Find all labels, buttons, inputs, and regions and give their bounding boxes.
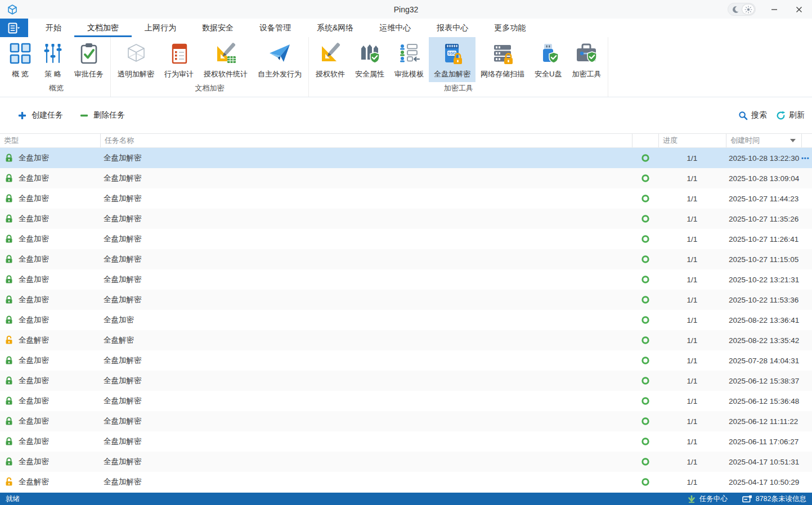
task-name-label: 全盘加解密 [104,174,142,182]
table-row[interactable]: 全盘加密全盘加密1/12025-08-22 13:36:41 [0,310,812,330]
cell-task-progress: 1/1 [658,316,726,324]
lock-closed-icon [5,255,14,264]
task-center-button[interactable]: 任务中心 [687,494,728,504]
table-row[interactable]: 全盘加密全盘加解密1/12025-07-28 14:04:31 [0,350,812,371]
table-row[interactable]: 全盘加密全盘加解密1/12025-04-17 10:51:31 [0,452,812,472]
menu-tab-label: 文档加密 [87,23,119,33]
cell-task-created: 2025-10-27 11:26:41 [726,235,801,244]
transparent-cube-icon [125,42,147,65]
app-logo-icon [7,4,18,15]
table-row[interactable]: 全盘解密全盘加解密1/12025-04-17 10:50:29 [0,472,812,492]
unread-messages-label: 8782条未读信息 [756,494,806,504]
table-row[interactable]: 全盘加密全盘加解密1/12025-10-28 13:22:30••• [0,148,812,168]
create-task-button[interactable]: 创建任务 [18,110,63,120]
ribbon-item-1-1[interactable]: 行为审计 [159,37,199,82]
column-header-status[interactable] [632,134,658,147]
search-button[interactable]: 搜索 [738,110,767,120]
task-created-label: 2025-10-22 11:53:36 [729,296,798,304]
unread-messages-button[interactable]: 8782条未读信息 [742,494,806,504]
cell-task-name: 全盘加解密 [100,457,632,467]
progress-ring-icon [641,437,650,446]
theme-dark-option[interactable] [729,4,741,14]
lock-closed-icon [5,214,14,223]
delete-task-button[interactable]: 删除任务 [80,110,125,120]
theme-toggle[interactable] [728,3,756,16]
minimize-button[interactable] [768,3,780,16]
cell-task-type: 全盘加密 [0,234,100,244]
ribbon-item-2-5[interactable]: 安全U盘 [530,37,567,82]
column-header-name[interactable]: 任务名称 [100,134,632,147]
moon-icon [732,6,739,13]
progress-ring-icon [641,194,650,203]
cell-task-type: 全盘加密 [0,295,100,305]
menu-tab-4[interactable]: 设备管理 [246,19,304,37]
menu-tab-label: 开始 [46,23,61,33]
theme-light-option[interactable] [742,4,754,14]
cell-task-type: 全盘加密 [0,315,100,325]
refresh-button[interactable]: 刷新 [776,110,805,120]
ribbon-item-2-1[interactable]: 安全属性 [350,37,389,82]
menu-tab-6[interactable]: 运维中心 [366,19,424,37]
table-row[interactable]: 全盘加密全盘加解密1/12025-10-22 13:21:31 [0,269,812,290]
cell-task-name: 全盘加解密 [100,396,632,406]
table-row[interactable]: 全盘加密全盘加解密1/12025-10-28 13:09:04 [0,168,812,188]
software-stats-icon [214,42,237,65]
table-row[interactable]: 全盘加密全盘加解密1/12025-06-11 17:06:27 [0,431,812,452]
cell-task-created: 2025-10-22 13:21:31 [726,276,801,284]
ribbon-item-2-6[interactable]: 加密工具 [567,37,606,82]
table-row[interactable]: 全盘加密全盘加解密1/12025-10-27 11:44:23 [0,188,812,209]
ribbon-item-1-0[interactable]: 透明加解密 [113,37,159,82]
progress-ring-icon [641,235,650,244]
task-progress-label: 1/1 [687,276,698,284]
menu-tab-2[interactable]: 上网行为 [132,19,189,37]
cell-task-progress: 1/1 [658,458,726,466]
ribbon-item-0-1[interactable]: 策 略 [37,37,69,82]
usb-shield-icon [537,42,559,65]
menu-tab-3[interactable]: 数据安全 [189,19,246,37]
app-menu-button[interactable] [0,19,28,37]
ribbon-item-2-0[interactable]: 授权软件 [311,37,350,82]
progress-ring-icon [641,336,650,345]
table-row[interactable]: 全盘加密全盘加解密1/12025-10-27 11:15:05 [0,249,812,269]
cell-task-progress: 1/1 [658,478,726,486]
table-row[interactable]: 全盘加密全盘加解密1/12025-10-27 11:26:41 [0,229,812,249]
ribbon-item-2-4[interactable]: 网络存储扫描 [475,37,530,82]
ribbon-item-2-3[interactable]: SSD全盘加解密 [429,37,475,82]
progress-ring-icon [641,275,650,284]
table-row[interactable]: 全盘加密全盘加解密1/12025-06-12 11:11:22 [0,411,812,431]
ribbon-item-2-2[interactable]: 审批模板 [389,37,429,82]
column-header-type[interactable]: 类型 [0,134,100,147]
close-button[interactable] [793,3,805,16]
column-header-created[interactable]: 创建时间 [726,134,801,147]
ribbon-item-0-0[interactable]: 概 览 [4,37,37,82]
lock-closed-icon [5,154,14,163]
cell-task-type: 全盘加密 [0,274,100,285]
cell-task-status [632,235,658,244]
task-type-label: 全盘加密 [19,436,49,447]
task-progress-label: 1/1 [687,377,698,385]
cell-task-name: 全盘加解密 [100,477,632,487]
cell-task-created: 2025-07-28 14:04:31 [726,357,801,365]
menu-tab-1[interactable]: 文档加密 [74,19,132,37]
column-header-progress[interactable]: 进度 [658,134,726,147]
row-actions-ellipsis[interactable]: ••• [801,155,810,161]
progress-ring-icon [641,396,650,405]
menu-tab-7[interactable]: 报表中心 [424,19,481,37]
table-row[interactable]: 全盘加密全盘加解密1/12025-06-12 15:36:48 [0,391,812,411]
table-row[interactable]: 全盘加密全盘加解密1/12025-10-22 11:53:36 [0,290,812,310]
ribbon-item-1-3[interactable]: 自主外发行为 [253,37,307,82]
menu-tab-0[interactable]: 开始 [33,19,74,37]
table-row[interactable]: 全盘加密全盘加解密1/12025-06-12 15:38:37 [0,371,812,391]
ribbon-item-0-2[interactable]: 审批任务 [69,37,109,82]
ribbon-item-1-2[interactable]: 授权软件统计 [199,37,253,82]
menu-tab-label: 上网行为 [145,23,176,33]
menu-tab-5[interactable]: 系统&网络 [304,19,366,37]
ribbon-item-label: 授权软件统计 [204,69,248,79]
sun-icon [744,6,752,13]
table-row[interactable]: 全盘加密全盘加解密1/12025-10-27 11:35:26 [0,209,812,229]
cell-task-created: 2025-10-28 13:09:04 [726,174,801,183]
task-type-label: 全盘加密 [19,153,49,163]
menu-tab-8[interactable]: 更多功能 [481,19,539,37]
task-progress-label: 1/1 [687,336,698,345]
table-row[interactable]: 全盘解密全盘解密1/12025-08-22 13:35:42 [0,330,812,350]
